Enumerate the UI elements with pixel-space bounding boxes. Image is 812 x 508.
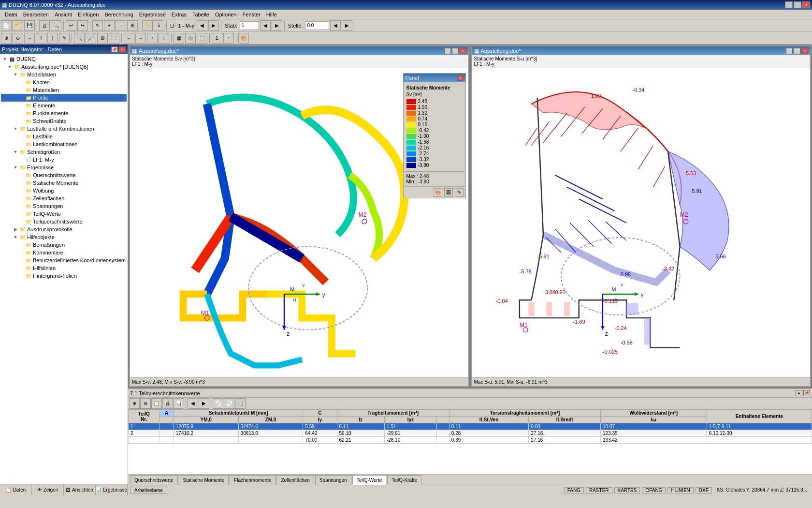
stab-next[interactable]: ▶	[272, 20, 282, 31]
left-win-maximize[interactable]: □	[452, 48, 459, 54]
tree-item-elemente[interactable]: 📁 Elemente	[1, 102, 127, 109]
close-button[interactable]: ×	[802, 1, 810, 8]
stab-input[interactable]	[240, 21, 259, 30]
bt-btn2[interactable]: ⊖	[140, 398, 151, 409]
bt-btn10[interactable]: ⬚	[235, 398, 246, 409]
menu-tabelle[interactable]: Tabelle	[189, 11, 212, 18]
tb2-btn10[interactable]: ⛶	[109, 33, 119, 44]
tree-item-kommentare[interactable]: 📁 Kommentare	[1, 249, 127, 256]
measure-button[interactable]: 📏	[142, 20, 153, 31]
tree-item-ergebnisse[interactable]: ▼ 📁 Ergebnisse	[1, 164, 127, 171]
right-win-minimize[interactable]: _	[786, 48, 793, 54]
tree-item-teilq-werte[interactable]: 📁 TeilQ-Werte	[1, 210, 127, 218]
stelle-prev[interactable]: ◀	[330, 20, 341, 31]
tree-item-project[interactable]: ▼ 📁 Aussteifung.due* [DUENQ8]	[1, 63, 127, 71]
bt-btn1[interactable]: ⊕	[129, 398, 140, 409]
tb2-btn6[interactable]: ✎	[59, 33, 70, 44]
tree-item-lastfaelle[interactable]: ▼ 📁 Lastfälle und Kombinationen	[1, 125, 127, 133]
tb2-btn2[interactable]: ⊖	[13, 33, 23, 44]
menu-hilfe[interactable]: Hilfe	[263, 11, 280, 18]
minimize-button[interactable]: _	[785, 1, 793, 8]
status-raster[interactable]: RASTER	[586, 487, 612, 493]
tb2-btn19[interactable]: ≡	[223, 33, 234, 44]
bottom-table-container[interactable]: TeilQNr. A Schubmittelpunkt M [mm] C Trä…	[128, 409, 812, 474]
tree-item-profile[interactable]: 📁 Profile	[1, 94, 127, 102]
zoom-all-button[interactable]: ⊞	[127, 20, 138, 31]
status-ofang[interactable]: OFANG	[642, 487, 666, 493]
tree-item-teilquerschnitt[interactable]: 📁 Teilquerschnittswerte	[1, 218, 127, 225]
save-button[interactable]: 💾	[24, 20, 35, 31]
right-win-maximize[interactable]: □	[794, 48, 800, 54]
bt-btn6[interactable]: ◀	[188, 398, 198, 409]
tree-item-woelbung[interactable]: 📁 Wölbung	[1, 187, 127, 194]
tab-querschnittswerte[interactable]: Querschnittswerte	[130, 475, 178, 485]
print-button[interactable]: 🖨	[39, 20, 50, 31]
info-button[interactable]: ℹ	[154, 20, 164, 31]
lf-prev-button[interactable]: ◀	[197, 20, 207, 31]
preview-button[interactable]: 🔍	[51, 20, 61, 31]
tree-item-punktelemente[interactable]: 📁 Punktelemente	[1, 109, 127, 117]
tree-item-querschnitt[interactable]: 📁 Querschnittswerte	[1, 171, 127, 179]
stelle-next[interactable]: ▶	[342, 20, 352, 31]
lf-next-button[interactable]: ▶	[208, 20, 219, 31]
menu-ergebnisse[interactable]: Ergebnisse	[136, 11, 169, 18]
bt-btn3[interactable]: 📋	[151, 398, 162, 409]
nav-tab-daten[interactable]: 📋 Daten	[0, 484, 32, 495]
status-kartes[interactable]: KARTES	[614, 487, 640, 493]
tb2-btn14[interactable]: ↓	[159, 33, 169, 44]
tree-item-hilfsobjekte[interactable]: ▼ 📁 Hilfsobjekte	[1, 233, 127, 241]
left-win-minimize[interactable]: _	[444, 48, 451, 54]
tb2-btn8[interactable]: 🔎	[86, 33, 96, 44]
nav-pin-button[interactable]: 📌	[111, 46, 118, 53]
tree-item-hintergrund[interactable]: 📁 Hintergrund-Folien	[1, 272, 127, 280]
menu-berechnung[interactable]: Berechnung	[102, 11, 136, 18]
left-win-close[interactable]: ×	[460, 48, 466, 54]
tb2-btn12[interactable]: →	[135, 33, 146, 44]
tb2-btn13[interactable]: ↑	[147, 33, 158, 44]
table-row-2[interactable]: 2 17416.2 30813.0 64.42 56.10 -29.61 0.2…	[129, 430, 812, 437]
tb2-btn18[interactable]: Σ	[212, 33, 222, 44]
tab-zellenflaechen[interactable]: Zellenflächen	[276, 475, 314, 485]
undo-button[interactable]: ↩	[66, 20, 76, 31]
menu-bearbeiten[interactable]: Bearbeiten	[20, 11, 52, 18]
new-button[interactable]: 📄	[1, 20, 12, 31]
status-tab-daten[interactable]: Arbeitsebene	[130, 487, 167, 494]
bt-btn8[interactable]: 📈	[213, 398, 223, 409]
tab-teilq-kraefte[interactable]: TeilQ-Kräfte	[387, 475, 421, 485]
tb2-btn20[interactable]: 🎨	[238, 33, 249, 44]
status-fang[interactable]: FANG	[564, 487, 584, 493]
table-row-1[interactable]: 1 12075.9 32474.6 5.59 6.11 1.51 0.11 0.…	[129, 423, 812, 430]
tb2-btn5[interactable]: |	[47, 33, 58, 44]
zoom-out-button[interactable]: -	[116, 20, 126, 31]
panel-close-btn[interactable]: ×	[458, 75, 464, 81]
panel-color-btn[interactable]: 🎨	[434, 188, 442, 197]
menu-optionen[interactable]: Optionen	[212, 11, 240, 18]
tree-item-spannungen[interactable]: 📁 Spannungen	[1, 202, 127, 210]
tab-spannungen[interactable]: Spannungen	[315, 475, 351, 485]
tree-item-koordinatensys[interactable]: 📁 Benutzerdefiniertes Koordinatensystem	[1, 256, 127, 264]
nav-tab-ergebnisse[interactable]: 📊 Ergebnisse	[96, 484, 128, 495]
maximize-button[interactable]: □	[794, 1, 801, 8]
tb2-btn1[interactable]: ⊕	[1, 33, 12, 44]
panel-image-btn[interactable]: 🖼	[444, 188, 453, 197]
tb2-btn4[interactable]: T	[36, 33, 46, 44]
tree-item-statmomente[interactable]: 📁 Statische Momente	[1, 179, 127, 187]
tree-item-lk[interactable]: 📁 Lastkombinationen	[1, 140, 127, 148]
tab-flaechenmomente[interactable]: Flächenmomente	[230, 475, 276, 485]
pointer-button[interactable]: ↖	[92, 20, 103, 31]
tab-statische-momente[interactable]: Statische Momente	[179, 475, 229, 485]
tb2-btn11[interactable]: ←	[124, 33, 134, 44]
table-row-sum[interactable]: 70.00 62.21 -28.10 0.39 27.16 133.42	[129, 437, 812, 444]
open-button[interactable]: 📂	[13, 20, 23, 31]
menu-extras[interactable]: Extras	[169, 11, 189, 18]
right-win-close[interactable]: ×	[801, 48, 808, 54]
tree-item-lf1my[interactable]: 📄 LF1: M-y	[1, 156, 127, 164]
menu-einfuegen[interactable]: Einfügen	[75, 11, 102, 18]
tree-item-materialien[interactable]: 📁 Materialien	[1, 86, 127, 94]
tree-item-hilfslinien[interactable]: 📁 Hilfslinien	[1, 264, 127, 272]
zoom-in-button[interactable]: +	[104, 20, 115, 31]
menu-datei[interactable]: Datei	[2, 11, 20, 18]
status-hlinien[interactable]: HLINIEN	[667, 487, 693, 493]
tb2-btn16[interactable]: ◎	[185, 33, 196, 44]
bt-btn9[interactable]: 📉	[224, 398, 234, 409]
